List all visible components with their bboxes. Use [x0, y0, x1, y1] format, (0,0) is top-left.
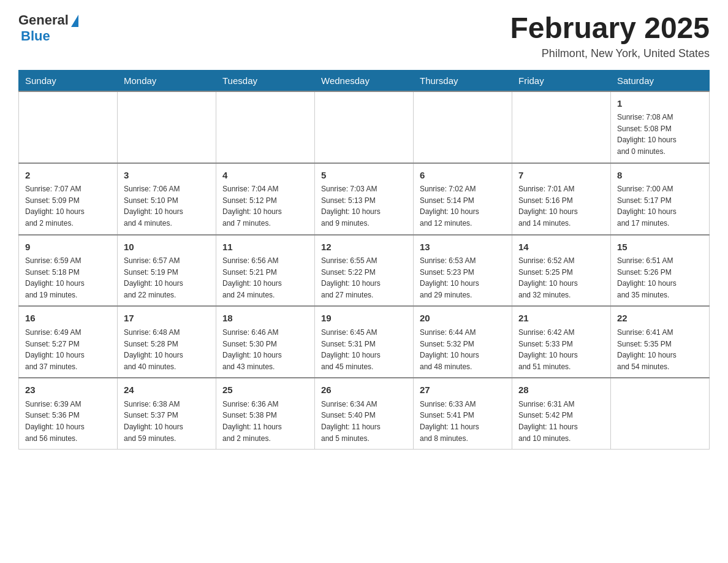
calendar-cell: 19Sunrise: 6:45 AM Sunset: 5:31 PM Dayli… — [315, 306, 414, 378]
day-number: 21 — [518, 312, 604, 326]
day-number: 2 — [25, 169, 111, 183]
calendar-cell: 16Sunrise: 6:49 AM Sunset: 5:27 PM Dayli… — [19, 306, 118, 378]
day-info: Sunrise: 6:45 AM Sunset: 5:31 PM Dayligh… — [321, 327, 407, 372]
day-info: Sunrise: 7:02 AM Sunset: 5:14 PM Dayligh… — [420, 183, 506, 229]
day-number: 13 — [420, 240, 506, 255]
calendar-cell: 17Sunrise: 6:48 AM Sunset: 5:28 PM Dayli… — [118, 306, 216, 378]
day-number: 14 — [518, 240, 604, 255]
calendar-cell — [611, 378, 710, 449]
day-info: Sunrise: 6:33 AM Sunset: 5:41 PM Dayligh… — [420, 399, 506, 444]
calendar-week-4: 16Sunrise: 6:49 AM Sunset: 5:27 PM Dayli… — [19, 306, 710, 378]
header: General Blue February 2025 Philmont, New… — [18, 12, 710, 60]
day-number: 24 — [124, 383, 210, 397]
day-number: 9 — [25, 240, 111, 255]
calendar-cell: 5Sunrise: 7:03 AM Sunset: 5:13 PM Daylig… — [315, 163, 414, 235]
calendar-header-row: SundayMondayTuesdayWednesdayThursdayFrid… — [19, 70, 710, 91]
calendar-cell: 20Sunrise: 6:44 AM Sunset: 5:32 PM Dayli… — [414, 306, 512, 378]
logo-blue-text: Blue — [21, 28, 50, 44]
calendar-cell: 24Sunrise: 6:38 AM Sunset: 5:37 PM Dayli… — [118, 378, 216, 449]
day-info: Sunrise: 6:48 AM Sunset: 5:28 PM Dayligh… — [124, 327, 210, 372]
day-info: Sunrise: 6:42 AM Sunset: 5:33 PM Dayligh… — [518, 327, 604, 372]
day-info: Sunrise: 6:57 AM Sunset: 5:19 PM Dayligh… — [124, 255, 210, 301]
calendar-cell: 26Sunrise: 6:34 AM Sunset: 5:40 PM Dayli… — [315, 378, 414, 449]
calendar-cell — [216, 91, 315, 163]
calendar-cell: 21Sunrise: 6:42 AM Sunset: 5:33 PM Dayli… — [512, 306, 611, 378]
day-info: Sunrise: 6:46 AM Sunset: 5:30 PM Dayligh… — [222, 327, 308, 372]
location: Philmont, New York, United States — [510, 47, 710, 60]
day-number: 4 — [222, 169, 308, 183]
day-number: 23 — [25, 383, 111, 397]
day-number: 15 — [617, 240, 703, 255]
calendar-cell: 11Sunrise: 6:56 AM Sunset: 5:21 PM Dayli… — [216, 235, 315, 307]
day-number: 10 — [124, 240, 210, 255]
day-number: 8 — [617, 169, 703, 183]
day-info: Sunrise: 6:34 AM Sunset: 5:40 PM Dayligh… — [321, 399, 407, 444]
day-number: 6 — [420, 169, 506, 183]
calendar: SundayMondayTuesdayWednesdayThursdayFrid… — [18, 70, 710, 450]
logo-general-text: General — [18, 12, 69, 28]
calendar-cell: 23Sunrise: 6:39 AM Sunset: 5:36 PM Dayli… — [19, 378, 118, 449]
day-number: 12 — [321, 240, 407, 255]
day-info: Sunrise: 6:49 AM Sunset: 5:27 PM Dayligh… — [25, 327, 111, 372]
calendar-week-3: 9Sunrise: 6:59 AM Sunset: 5:18 PM Daylig… — [19, 235, 710, 307]
day-number: 5 — [321, 169, 407, 183]
title-section: February 2025 Philmont, New York, United… — [510, 12, 710, 60]
day-number: 7 — [518, 169, 604, 183]
month-title: February 2025 — [510, 12, 710, 45]
calendar-cell: 6Sunrise: 7:02 AM Sunset: 5:14 PM Daylig… — [414, 163, 512, 235]
day-info: Sunrise: 6:56 AM Sunset: 5:21 PM Dayligh… — [222, 255, 308, 301]
day-info: Sunrise: 6:52 AM Sunset: 5:25 PM Dayligh… — [518, 255, 604, 301]
day-number: 18 — [222, 312, 308, 326]
calendar-cell: 13Sunrise: 6:53 AM Sunset: 5:23 PM Dayli… — [414, 235, 512, 307]
calendar-cell — [414, 91, 512, 163]
day-info: Sunrise: 6:44 AM Sunset: 5:32 PM Dayligh… — [420, 327, 506, 372]
page: General Blue February 2025 Philmont, New… — [0, 0, 728, 468]
day-number: 1 — [617, 97, 703, 111]
day-info: Sunrise: 7:01 AM Sunset: 5:16 PM Dayligh… — [518, 183, 604, 229]
calendar-cell: 1Sunrise: 7:08 AM Sunset: 5:08 PM Daylig… — [611, 91, 710, 163]
day-number: 25 — [222, 383, 308, 397]
day-number: 11 — [222, 240, 308, 255]
calendar-header-wednesday: Wednesday — [315, 70, 414, 91]
day-info: Sunrise: 6:39 AM Sunset: 5:36 PM Dayligh… — [25, 399, 111, 444]
day-number: 19 — [321, 312, 407, 326]
calendar-cell: 12Sunrise: 6:55 AM Sunset: 5:22 PM Dayli… — [315, 235, 414, 307]
day-info: Sunrise: 7:00 AM Sunset: 5:17 PM Dayligh… — [617, 183, 703, 229]
calendar-cell: 14Sunrise: 6:52 AM Sunset: 5:25 PM Dayli… — [512, 235, 611, 307]
day-info: Sunrise: 7:07 AM Sunset: 5:09 PM Dayligh… — [25, 183, 111, 229]
calendar-cell: 2Sunrise: 7:07 AM Sunset: 5:09 PM Daylig… — [19, 163, 118, 235]
calendar-cell — [315, 91, 414, 163]
calendar-cell: 27Sunrise: 6:33 AM Sunset: 5:41 PM Dayli… — [414, 378, 512, 449]
day-info: Sunrise: 6:38 AM Sunset: 5:37 PM Dayligh… — [124, 399, 210, 444]
day-number: 16 — [25, 312, 111, 326]
calendar-cell: 8Sunrise: 7:00 AM Sunset: 5:17 PM Daylig… — [611, 163, 710, 235]
calendar-cell: 7Sunrise: 7:01 AM Sunset: 5:16 PM Daylig… — [512, 163, 611, 235]
day-number: 20 — [420, 312, 506, 326]
calendar-cell — [19, 91, 118, 163]
calendar-header-friday: Friday — [512, 70, 611, 91]
calendar-cell: 22Sunrise: 6:41 AM Sunset: 5:35 PM Dayli… — [611, 306, 710, 378]
calendar-header-tuesday: Tuesday — [216, 70, 315, 91]
calendar-cell: 9Sunrise: 6:59 AM Sunset: 5:18 PM Daylig… — [19, 235, 118, 307]
day-info: Sunrise: 6:59 AM Sunset: 5:18 PM Dayligh… — [25, 255, 111, 301]
calendar-header-sunday: Sunday — [19, 70, 118, 91]
day-info: Sunrise: 7:06 AM Sunset: 5:10 PM Dayligh… — [124, 183, 210, 229]
calendar-week-5: 23Sunrise: 6:39 AM Sunset: 5:36 PM Dayli… — [19, 378, 710, 449]
calendar-cell: 28Sunrise: 6:31 AM Sunset: 5:42 PM Dayli… — [512, 378, 611, 449]
calendar-week-2: 2Sunrise: 7:07 AM Sunset: 5:09 PM Daylig… — [19, 163, 710, 235]
calendar-header-monday: Monday — [118, 70, 216, 91]
calendar-cell: 4Sunrise: 7:04 AM Sunset: 5:12 PM Daylig… — [216, 163, 315, 235]
day-number: 28 — [518, 383, 604, 397]
calendar-cell: 3Sunrise: 7:06 AM Sunset: 5:10 PM Daylig… — [118, 163, 216, 235]
day-number: 3 — [124, 169, 210, 183]
calendar-cell: 25Sunrise: 6:36 AM Sunset: 5:38 PM Dayli… — [216, 378, 315, 449]
day-info: Sunrise: 6:41 AM Sunset: 5:35 PM Dayligh… — [617, 327, 703, 372]
calendar-cell — [512, 91, 611, 163]
calendar-cell — [118, 91, 216, 163]
day-number: 17 — [124, 312, 210, 326]
calendar-header-thursday: Thursday — [414, 70, 512, 91]
day-info: Sunrise: 6:55 AM Sunset: 5:22 PM Dayligh… — [321, 255, 407, 301]
calendar-week-1: 1Sunrise: 7:08 AM Sunset: 5:08 PM Daylig… — [19, 91, 710, 163]
day-info: Sunrise: 7:03 AM Sunset: 5:13 PM Dayligh… — [321, 183, 407, 229]
day-number: 26 — [321, 383, 407, 397]
